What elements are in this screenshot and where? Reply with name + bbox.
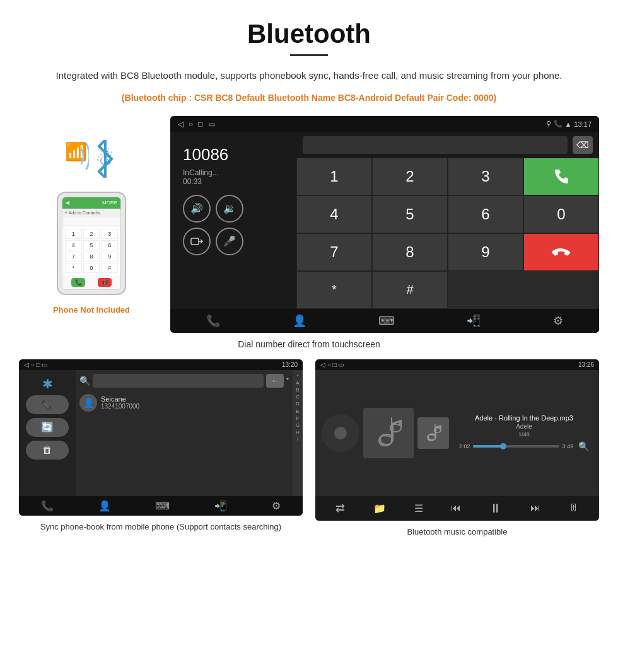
title-divider bbox=[290, 54, 328, 56]
numpad-1[interactable]: 1 bbox=[296, 158, 372, 195]
delete-btn[interactable]: ⌫ bbox=[573, 136, 593, 154]
dial-right-panel: ⌫ 1 2 3 4 5 6 0 bbox=[296, 132, 599, 309]
pb-sync-btn[interactable]: 🔄 bbox=[26, 418, 69, 437]
alpha-e[interactable]: E bbox=[296, 408, 299, 415]
dial-input-box[interactable] bbox=[303, 136, 568, 154]
numpad-7[interactable]: 7 bbox=[296, 233, 372, 271]
music-artist: Adele bbox=[516, 423, 532, 430]
dial-tab-keypad[interactable]: ⌨ bbox=[378, 314, 395, 328]
numpad-0-star[interactable]: 0 bbox=[523, 195, 599, 233]
mic-btn[interactable]: 🎤 bbox=[216, 228, 243, 255]
contact-info: Seicane 13241007000 bbox=[101, 395, 139, 410]
numpad-8[interactable]: 8 bbox=[372, 233, 448, 271]
music-current-time: 2:02 bbox=[459, 443, 470, 449]
phone-top-bar: ◀ MORE bbox=[62, 197, 120, 209]
phone-call-btn[interactable]: 📞 bbox=[71, 278, 85, 287]
pb-search-row: 🔍 ← * bbox=[79, 374, 289, 388]
key-7[interactable]: 7 bbox=[65, 252, 82, 262]
dial-screen-wrap: ◁ ○ □ ▭ ⚲ 📞 ▲ 13:17 10086 InCalling... bbox=[170, 116, 599, 333]
music-search-icon[interactable]: 🔍 bbox=[578, 441, 589, 451]
key-4[interactable]: 4 bbox=[65, 240, 82, 250]
numpad-9[interactable]: 9 bbox=[448, 233, 523, 271]
pb-delete-btn[interactable]: 🗑 bbox=[26, 441, 69, 460]
pb-bottombar: 📞 👤 ⌨ 📲 ⚙ bbox=[19, 496, 303, 516]
bt-icon-area: 📶 ☃ bbox=[60, 135, 123, 185]
playlist-icon[interactable]: ☰ bbox=[414, 502, 423, 514]
numpad-5[interactable]: 5 bbox=[372, 195, 448, 233]
key-5[interactable]: 5 bbox=[83, 240, 100, 250]
pb-search-bar[interactable] bbox=[93, 374, 264, 388]
pb-tab-call[interactable]: 📞 bbox=[41, 500, 54, 512]
clock-display: 13:17 bbox=[574, 120, 592, 128]
dial-tab-transfer[interactable]: 📲 bbox=[467, 314, 481, 328]
music-count: 1/48 bbox=[518, 431, 530, 437]
phone-keypad: 1 2 3 4 5 6 7 8 9 * 0 # bbox=[62, 226, 120, 275]
volume-down-btn[interactable]: 🔉 bbox=[216, 195, 243, 223]
music-clock: 13:26 bbox=[578, 361, 594, 368]
alpha-d[interactable]: D bbox=[296, 400, 300, 407]
music-track-name: Adele - Rolling In the Deep.mp3 bbox=[475, 414, 573, 422]
music-progress-bar[interactable] bbox=[473, 445, 560, 448]
key-8[interactable]: 8 bbox=[83, 252, 100, 262]
alpha-a[interactable]: A bbox=[296, 379, 299, 386]
folder-icon[interactable]: 📁 bbox=[373, 502, 386, 514]
numpad-star[interactable]: * bbox=[296, 271, 372, 309]
pb-tab-keypad[interactable]: ⌨ bbox=[155, 500, 170, 512]
phone-end-btn[interactable]: 📵 bbox=[98, 278, 112, 287]
numpad-end-btn[interactable] bbox=[523, 233, 599, 271]
back-icon: ◀ bbox=[66, 200, 69, 206]
svg-rect-1 bbox=[191, 238, 199, 245]
numpad-call-btn[interactable] bbox=[523, 158, 599, 195]
transfer-btn[interactable] bbox=[183, 228, 211, 255]
dial-tab-contacts[interactable]: 👤 bbox=[293, 314, 306, 328]
key-0[interactable]: 0 bbox=[83, 263, 100, 273]
phonebook-caption: Sync phone-book from mobile phone (Suppo… bbox=[19, 516, 303, 543]
pb-tab-settings[interactable]: ⚙ bbox=[272, 500, 281, 512]
numpad-6[interactable]: 6 bbox=[448, 195, 523, 233]
pb-tab-contacts[interactable]: 👤 bbox=[98, 500, 111, 512]
phonebook-screen: ◁ ○ □ ▭ 13:20 ✱ 📞 🔄 🗑 � bbox=[19, 359, 303, 516]
key-star[interactable]: * bbox=[65, 263, 82, 273]
contact-number: 13241007000 bbox=[101, 403, 139, 410]
prev-track-icon[interactable]: ⏮ bbox=[451, 502, 461, 514]
music-caption: Bluetooth music compatible bbox=[315, 521, 599, 548]
more-label: MORE bbox=[102, 200, 117, 206]
alpha-star[interactable]: * bbox=[296, 373, 298, 379]
pb-tab-transfer[interactable]: 📲 bbox=[214, 500, 227, 512]
key-6[interactable]: 6 bbox=[101, 240, 118, 250]
volume-up-btn[interactable]: 🔊 bbox=[183, 195, 211, 223]
equalizer-icon[interactable]: 🎚 bbox=[569, 502, 579, 514]
play-pause-icon[interactable]: ⏸ bbox=[489, 501, 502, 516]
dial-tab-settings[interactable]: ⚙ bbox=[553, 314, 563, 328]
key-hash[interactable]: # bbox=[101, 263, 118, 273]
alpha-i[interactable]: I bbox=[297, 436, 298, 443]
alpha-b[interactable]: B bbox=[296, 386, 299, 393]
alpha-f[interactable]: F bbox=[296, 415, 300, 422]
shuffle-icon[interactable]: ⇄ bbox=[335, 501, 345, 515]
pb-call-btn[interactable]: 📞 bbox=[26, 395, 69, 414]
music-total-time: 3:49 bbox=[562, 443, 573, 449]
numpad: 1 2 3 4 5 6 0 7 8 9 bbox=[296, 158, 599, 309]
numpad-2[interactable]: 2 bbox=[372, 158, 448, 195]
pb-back-btn[interactable]: ← bbox=[266, 374, 284, 388]
album-art-main bbox=[363, 408, 414, 458]
key-3[interactable]: 3 bbox=[101, 229, 118, 239]
next-track-icon[interactable]: ⏭ bbox=[530, 502, 540, 514]
numpad-3[interactable]: 3 bbox=[448, 158, 523, 195]
top-section: 📶 ☃ ◀ MORE + Add to Contact bbox=[0, 116, 618, 333]
dial-tab-recents[interactable]: 📞 bbox=[206, 314, 220, 328]
pb-contact-item[interactable]: 👤 Seicane 13241007000 bbox=[79, 391, 289, 414]
key-2[interactable]: 2 bbox=[83, 229, 100, 239]
add-contact-label: + Add to Contacts bbox=[65, 211, 100, 215]
pb-main: 🔍 ← * 👤 Seicane 13241007000 bbox=[76, 370, 303, 496]
numpad-4[interactable]: 4 bbox=[296, 195, 372, 233]
ctrl-row-bottom: 🎤 bbox=[183, 228, 290, 255]
pb-statusbar: ◁ ○ □ ▭ 13:20 bbox=[19, 359, 303, 370]
alpha-h[interactable]: H bbox=[296, 429, 300, 436]
music-right-icons: 13:26 bbox=[578, 361, 594, 368]
key-9[interactable]: 9 bbox=[101, 252, 118, 262]
numpad-hash[interactable]: # bbox=[372, 271, 448, 309]
alpha-g[interactable]: G bbox=[296, 422, 300, 429]
alpha-c[interactable]: C bbox=[296, 393, 300, 400]
key-1[interactable]: 1 bbox=[65, 229, 82, 239]
